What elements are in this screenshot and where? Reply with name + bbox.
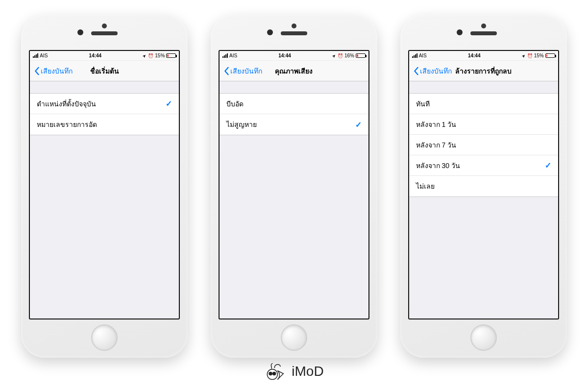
chevron-left-icon <box>34 67 40 75</box>
option-row[interactable]: หมายเลขรายการอัด <box>30 114 179 135</box>
option-label: ตำแหน่งที่ตั้งปัจจุบัน <box>37 98 96 109</box>
phone-stage: AIS14:44➤⏰15%เสียงบันทึกชื่อเริ่มต้นตำแห… <box>0 0 588 358</box>
option-row[interactable]: ไม่สูญหาย✓ <box>220 114 368 135</box>
section-spacer <box>220 81 368 93</box>
nav-bar: เสียงบันทึกคุณภาพเสียง <box>220 61 368 81</box>
front-camera <box>267 29 273 35</box>
carrier-label: AIS <box>40 53 48 58</box>
earpiece-speaker <box>470 31 497 35</box>
option-row[interactable]: ทันที <box>409 94 558 114</box>
home-button[interactable] <box>281 324 307 351</box>
alarm-icon: ⏰ <box>148 53 153 58</box>
svg-point-0 <box>267 369 277 380</box>
chevron-left-icon <box>223 67 229 75</box>
battery-icon <box>166 53 176 58</box>
status-time: 14:44 <box>89 53 102 58</box>
options-list: บีบอัดไม่สูญหาย✓ <box>220 93 368 135</box>
proximity-sensor <box>102 24 107 28</box>
options-list: ตำแหน่งที่ตั้งปัจจุบัน✓หมายเลขรายการอัด <box>30 93 179 135</box>
battery-icon <box>356 53 366 58</box>
battery-percent: 16% <box>344 53 354 58</box>
earpiece-speaker <box>281 31 307 35</box>
location-icon: ➤ <box>520 52 527 59</box>
front-camera <box>457 29 463 35</box>
nav-title: ชื่อเริ่มต้น <box>90 66 119 76</box>
battery-percent: 15% <box>534 53 544 58</box>
alarm-icon: ⏰ <box>338 53 343 58</box>
svg-point-1 <box>269 372 272 375</box>
carrier-label: AIS <box>229 53 237 58</box>
option-row[interactable]: หลังจาก 7 วัน <box>409 135 558 155</box>
phone-frame: AIS14:44➤⏰16%เสียงบันทึกคุณภาพเสียงบีบอั… <box>211 15 377 358</box>
option-label: ทันที <box>416 98 430 109</box>
location-icon: ➤ <box>331 52 338 59</box>
brand-logo: iMoD <box>264 360 323 383</box>
section-spacer <box>409 81 558 93</box>
nav-title: คุณภาพเสียง <box>275 66 313 76</box>
back-label: เสียงบันทึก <box>420 66 452 76</box>
option-row[interactable]: บีบอัด <box>220 94 368 114</box>
back-button[interactable]: เสียงบันทึก <box>223 66 262 76</box>
status-bar: AIS14:44➤⏰15% <box>409 51 558 61</box>
status-bar: AIS14:44➤⏰16% <box>220 51 368 61</box>
phone-screen: AIS14:44➤⏰15%เสียงบันทึกล้างรายการที่ถูก… <box>408 50 559 319</box>
signal-icon <box>412 53 417 58</box>
option-label: หลังจาก 7 วัน <box>416 140 457 150</box>
option-row[interactable]: ไม่เลย <box>409 176 558 196</box>
location-icon: ➤ <box>142 52 148 59</box>
option-label: ไม่สูญหาย <box>226 119 257 130</box>
option-label: หลังจาก 30 วัน <box>416 160 460 171</box>
status-time: 14:44 <box>278 53 291 58</box>
option-row[interactable]: ตำแหน่งที่ตั้งปัจจุบัน✓ <box>30 94 179 114</box>
checkmark-icon: ✓ <box>355 120 362 129</box>
home-button[interactable] <box>470 324 497 351</box>
back-label: เสียงบันทึก <box>230 66 262 76</box>
phone-screen: AIS14:44➤⏰15%เสียงบันทึกชื่อเริ่มต้นตำแห… <box>29 50 180 319</box>
imod-icon <box>264 360 288 383</box>
phone-frame: AIS14:44➤⏰15%เสียงบันทึกชื่อเริ่มต้นตำแห… <box>21 15 188 358</box>
proximity-sensor <box>292 24 296 28</box>
nav-bar: เสียงบันทึกล้างรายการที่ถูกลบ <box>409 61 558 81</box>
chevron-left-icon <box>413 67 419 75</box>
battery-icon <box>545 53 555 58</box>
option-row[interactable]: หลังจาก 30 วัน✓ <box>409 155 558 176</box>
phone-frame: AIS14:44➤⏰15%เสียงบันทึกล้างรายการที่ถูก… <box>400 15 567 358</box>
status-bar: AIS14:44➤⏰15% <box>30 51 179 61</box>
home-button[interactable] <box>91 324 118 351</box>
back-button[interactable]: เสียงบันทึก <box>34 66 73 76</box>
signal-icon <box>222 53 228 58</box>
earpiece-speaker <box>91 31 118 35</box>
options-list: ทันทีหลังจาก 1 วันหลังจาก 7 วันหลังจาก 3… <box>409 93 558 197</box>
back-label: เสียงบันทึก <box>41 66 73 76</box>
front-camera <box>77 29 83 35</box>
proximity-sensor <box>481 24 486 28</box>
section-spacer <box>30 81 179 93</box>
svg-point-2 <box>273 372 276 375</box>
nav-bar: เสียงบันทึกชื่อเริ่มต้น <box>30 61 179 81</box>
option-label: หมายเลขรายการอัด <box>37 119 97 130</box>
option-label: ไม่เลย <box>416 181 435 192</box>
status-time: 14:44 <box>468 53 481 58</box>
back-button[interactable]: เสียงบันทึก <box>413 66 452 76</box>
option-row[interactable]: หลังจาก 1 วัน <box>409 114 558 135</box>
checkmark-icon: ✓ <box>166 99 172 108</box>
battery-percent: 15% <box>155 53 165 58</box>
option-label: หลังจาก 1 วัน <box>416 119 457 130</box>
signal-icon <box>33 53 38 58</box>
brand-text: iMoD <box>292 364 323 379</box>
alarm-icon: ⏰ <box>527 53 533 58</box>
carrier-label: AIS <box>419 53 427 58</box>
phone-screen: AIS14:44➤⏰16%เสียงบันทึกคุณภาพเสียงบีบอั… <box>219 50 369 319</box>
checkmark-icon: ✓ <box>545 161 551 170</box>
option-label: บีบอัด <box>226 98 244 109</box>
nav-title: ล้างรายการที่ถูกลบ <box>455 66 512 76</box>
